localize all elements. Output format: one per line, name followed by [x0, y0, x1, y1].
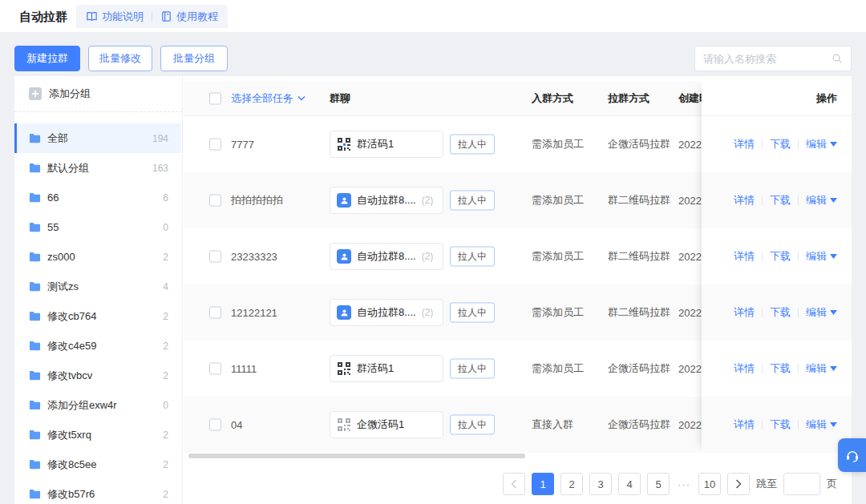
sidebar-group-all[interactable]: 全部 194 — [14, 123, 181, 153]
folder-icon — [29, 458, 41, 470]
pagination-page-2[interactable]: 2 — [560, 473, 583, 495]
add-group-button[interactable]: 添加分组 — [14, 76, 182, 112]
detail-link[interactable]: 详情 — [734, 305, 755, 320]
pagination-next-button[interactable] — [727, 473, 750, 495]
task-name: 11111 — [231, 363, 257, 375]
row-checkbox[interactable] — [209, 251, 221, 263]
edit-dropdown[interactable]: 编辑 — [806, 361, 837, 376]
sidebar-group-item[interactable]: 66 6 — [14, 183, 181, 212]
group-chat-card[interactable]: 自动拉群8.... (2) — [330, 187, 443, 214]
pull-method: 群二维码拉群 — [608, 193, 670, 208]
page-unit-label: 页 — [827, 477, 837, 491]
divider — [762, 308, 763, 317]
download-link[interactable]: 下载 — [770, 193, 791, 208]
qr-code-icon — [337, 417, 351, 432]
sidebar-group-item[interactable]: 修改c4e59 2 — [14, 331, 181, 361]
edit-dropdown[interactable]: 编辑 — [806, 193, 837, 208]
download-link[interactable]: 下载 — [770, 417, 791, 432]
detail-link[interactable]: 详情 — [734, 417, 755, 432]
sidebar-group-item[interactable]: 修改t5xrq 2 — [14, 420, 181, 450]
select-all-tasks-dropdown[interactable]: 选择全部任务 — [231, 91, 306, 106]
divider — [762, 139, 763, 149]
pull-method: 群二维码拉群 — [608, 249, 670, 264]
download-link[interactable]: 下载 — [770, 137, 791, 151]
jump-page-input[interactable] — [783, 473, 820, 495]
group-count: 2 — [163, 459, 168, 470]
detail-link[interactable]: 详情 — [734, 249, 755, 264]
divider — [762, 420, 763, 429]
divider — [762, 196, 763, 205]
group-chat-card[interactable]: 自动拉群8.... (2) — [330, 299, 443, 326]
edit-dropdown[interactable]: 编辑 — [806, 305, 837, 320]
status-tag: 拉人中 — [450, 247, 495, 267]
row-checkbox[interactable] — [209, 363, 221, 375]
edit-dropdown[interactable]: 编辑 — [806, 417, 837, 432]
detail-link[interactable]: 详情 — [734, 137, 755, 151]
detail-link[interactable]: 详情 — [734, 193, 755, 208]
column-header-pull: 拉群方式 — [608, 91, 650, 106]
pagination-ellipsis[interactable]: ··· — [676, 478, 692, 490]
download-link[interactable]: 下载 — [770, 305, 791, 320]
tutorial-label: 使用教程 — [176, 10, 218, 24]
pagination-page-4[interactable]: 4 — [618, 473, 641, 495]
pull-method: 企微活码拉群 — [608, 137, 670, 151]
group-count: 2 — [163, 370, 168, 381]
sidebar-group-item[interactable]: 55 0 — [14, 212, 181, 242]
group-chat-card[interactable]: 企微活码1 — [330, 411, 443, 438]
sidebar-group-item[interactable]: zs000 2 — [14, 242, 181, 272]
group-chat-card[interactable]: 群活码1 — [330, 131, 443, 158]
row-actions: 详情 下载 编辑 — [702, 341, 852, 397]
join-method: 需添加员工 — [532, 193, 584, 208]
sidebar-group-item[interactable]: 默认分组 163 — [14, 153, 181, 183]
group-chat-name: 群活码1 — [357, 361, 394, 376]
pagination-page-1[interactable]: 1 — [532, 473, 554, 495]
pagination-page-5[interactable]: 5 — [647, 473, 670, 495]
group-name: 测试zs — [47, 280, 79, 294]
pagination-prev-button[interactable] — [503, 473, 525, 495]
row-checkbox[interactable] — [209, 307, 221, 319]
divider — [798, 139, 799, 149]
group-count: 163 — [152, 163, 168, 174]
row-checkbox[interactable] — [209, 139, 221, 151]
detail-link[interactable]: 详情 — [734, 361, 755, 376]
edit-dropdown[interactable]: 编辑 — [806, 137, 837, 151]
folder-icon — [29, 310, 41, 322]
sidebar-group-item[interactable]: 修改tvbcv 2 — [14, 361, 181, 390]
feature-description-link[interactable]: 功能说明 — [86, 10, 144, 24]
join-method: 需添加员工 — [532, 305, 584, 320]
download-link[interactable]: 下载 — [770, 249, 791, 264]
group-list: 全部 194 默认分组 163 66 6 55 0 — [14, 123, 181, 504]
sidebar-group-item[interactable]: 添加分组exw4r 0 — [14, 390, 181, 420]
row-actions: 详情 下载 编辑 — [702, 116, 852, 172]
row-actions: 详情 下载 编辑 — [702, 284, 852, 341]
divider — [798, 420, 799, 429]
folder-icon — [29, 399, 41, 411]
divider — [762, 364, 763, 373]
feature-description-label: 功能说明 — [102, 10, 144, 24]
sidebar-group-item[interactable]: 修改b57r6 2 — [14, 479, 181, 504]
sidebar-group-item[interactable]: 修改cb764 2 — [14, 301, 181, 331]
batch-group-button[interactable]: 批量分组 — [160, 46, 228, 71]
customer-service-button[interactable] — [838, 438, 866, 472]
edit-dropdown[interactable]: 编辑 — [806, 249, 837, 264]
folder-icon — [29, 280, 41, 292]
search-icon[interactable] — [832, 53, 843, 64]
download-link[interactable]: 下载 — [770, 361, 791, 376]
tutorial-link[interactable]: 使用教程 — [160, 10, 218, 24]
sidebar-group-item[interactable]: 修改8c5ee 2 — [14, 450, 181, 479]
sidebar-group-item[interactable]: 测试zs 4 — [14, 272, 181, 301]
caret-down-icon — [830, 198, 837, 203]
row-checkbox[interactable] — [209, 195, 221, 207]
join-method: 需添加员工 — [532, 249, 584, 264]
row-checkbox[interactable] — [209, 419, 221, 431]
group-chat-card[interactable]: 群活码1 — [330, 355, 443, 382]
column-header-join: 入群方式 — [532, 91, 573, 106]
new-group-button[interactable]: 新建拉群 — [14, 46, 80, 71]
search-input[interactable] — [703, 53, 832, 65]
horizontal-scrollbar[interactable] — [188, 454, 525, 458]
group-chat-card[interactable]: 自动拉群8.... (2) — [330, 243, 443, 270]
pagination-page-3[interactable]: 3 — [589, 473, 612, 495]
select-all-checkbox[interactable] — [209, 92, 221, 104]
pagination-page-10[interactable]: 10 — [698, 473, 721, 495]
batch-edit-button[interactable]: 批量修改 — [88, 46, 152, 71]
